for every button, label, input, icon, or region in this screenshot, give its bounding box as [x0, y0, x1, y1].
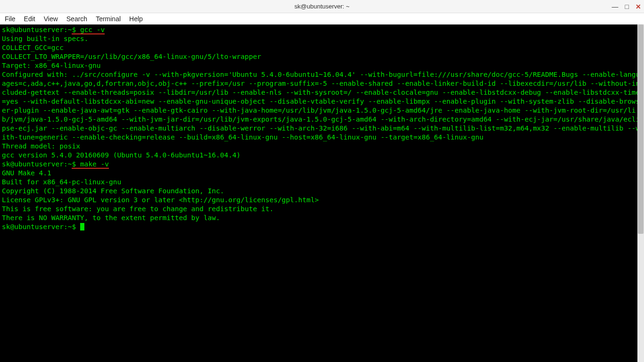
- output-line: There is NO WARRANTY, to the extent perm…: [2, 214, 220, 222]
- command-gcc-v: gcc -v: [80, 26, 105, 33]
- menubar: File Edit View Search Terminal Help: [0, 13, 644, 25]
- menu-help[interactable]: Help: [129, 15, 143, 23]
- cursor-block: [80, 223, 84, 230]
- output-line: Thread model: posix: [2, 142, 80, 150]
- menu-file[interactable]: File: [5, 15, 16, 23]
- output-line: This is free software: you are free to c…: [2, 205, 273, 213]
- output-line: Copyright (C) 1988-2014 Free Software Fo…: [2, 187, 224, 195]
- output-line: GNU Make 4.1: [2, 169, 51, 177]
- terminal-output[interactable]: sk@ubuntuserver:~$ gcc -v Using built-in…: [0, 25, 644, 232]
- close-button[interactable]: ✕: [636, 3, 641, 10]
- annotated-cmd: $ make -v: [72, 160, 109, 169]
- output-line: Using built-in specs.: [2, 35, 88, 42]
- output-line: COLLECT_GCC=gcc: [2, 44, 64, 51]
- minimize-button[interactable]: —: [612, 3, 619, 10]
- command-make-v: make -v: [80, 160, 109, 168]
- window-controls: — □ ✕: [612, 0, 641, 13]
- maximize-button[interactable]: □: [625, 3, 629, 10]
- window-titlebar: sk@ubuntuserver: ~ — □ ✕: [0, 0, 644, 13]
- prompt: sk@ubuntuserver:~: [2, 26, 72, 33]
- prompt: sk@ubuntuserver:~: [2, 223, 72, 230]
- output-line: Target: x86_64-linux-gnu: [2, 62, 101, 69]
- menu-terminal[interactable]: Terminal: [96, 15, 121, 23]
- terminal-area[interactable]: sk@ubuntuserver:~$ gcc -v Using built-in…: [0, 25, 644, 362]
- menu-search[interactable]: Search: [66, 15, 87, 23]
- annotated-cmd: $ gcc -v: [72, 26, 105, 34]
- vertical-scrollbar[interactable]: [637, 25, 644, 362]
- scrollbar-thumb[interactable]: [638, 25, 644, 234]
- output-line: COLLECT_LTO_WRAPPER=/usr/lib/gcc/x86_64-…: [2, 53, 261, 60]
- output-line: License GPLv3+: GNU GPL version 3 or lat…: [2, 196, 319, 204]
- output-line: gcc version 5.4.0 20160609 (Ubuntu 5.4.0…: [2, 151, 240, 159]
- prompt: sk@ubuntuserver:~: [2, 160, 72, 168]
- menu-view[interactable]: View: [44, 15, 58, 23]
- output-line: Built for x86_64-pc-linux-gnu: [2, 178, 121, 186]
- window-title: sk@ubuntuserver: ~: [0, 3, 644, 10]
- menu-edit[interactable]: Edit: [24, 15, 35, 23]
- output-line: Configured with: ../src/configure -v --w…: [2, 71, 640, 141]
